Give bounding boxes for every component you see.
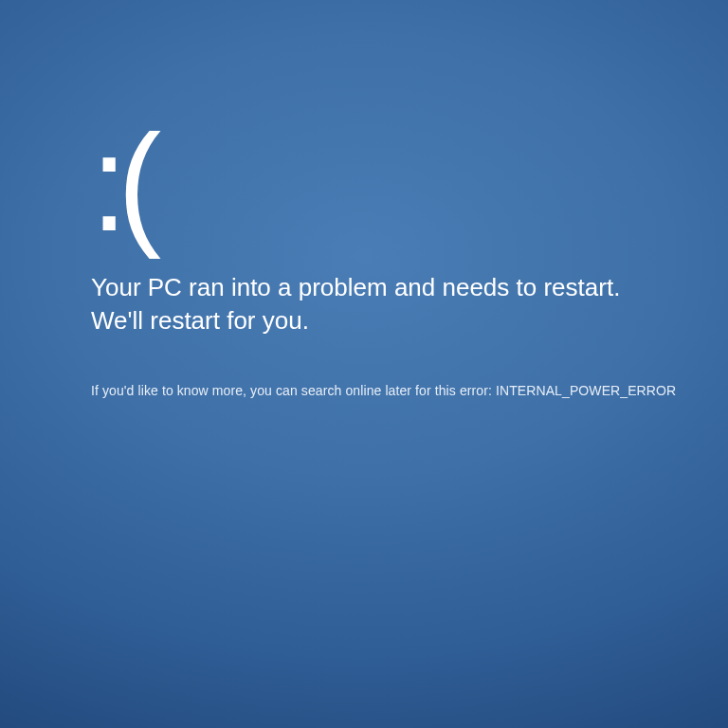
bsod-main-message: Your PC ran into a problem and needs to … [91,271,698,337]
bsod-message-line2: We'll restart for you. [91,306,309,335]
sad-face-icon: :( [91,114,728,251]
bsod-error-code: INTERNAL_POWER_ERROR [496,383,676,398]
bsod-message-line1: Your PC ran into a problem and needs to … [91,273,620,301]
bsod-screen: :( Your PC ran into a problem and needs … [0,0,728,728]
bsod-error-details: If you'd like to know more, you can sear… [91,383,728,398]
bsod-details-prefix: If you'd like to know more, you can sear… [91,383,496,398]
